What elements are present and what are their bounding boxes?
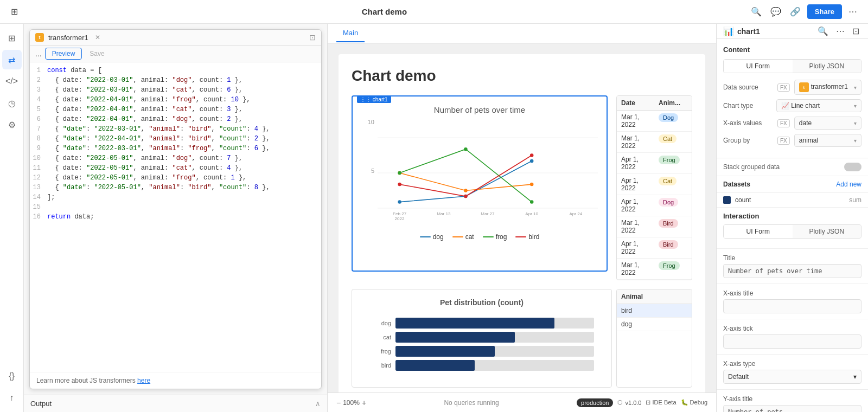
- table-row: Apr 1, 2022Bird: [617, 237, 692, 259]
- table-row: Apr 1, 2022Cat: [617, 174, 692, 195]
- x-axis-title-input[interactable]: [723, 299, 861, 313]
- title-input[interactable]: [723, 264, 861, 278]
- preview-button[interactable]: Preview: [45, 48, 82, 60]
- svg-point-11: [530, 200, 533, 203]
- table-header-animal: Anim...: [654, 96, 692, 110]
- left-panel: t transformer1 ✕ ⊡ ... Preview Save 1con…: [24, 24, 328, 412]
- chart-legend: dog cat frog bird: [361, 233, 598, 241]
- bar-row-frog: frog: [369, 346, 594, 357]
- tab-plotly-json-interaction[interactable]: Plotly JSON: [793, 225, 861, 238]
- right-panel-header: 📊 chart1 🔍 ⋯ ⊡: [717, 24, 868, 39]
- table-row: Mar 1, 2022Bird: [617, 216, 692, 237]
- chart-type-select[interactable]: 📈 Line chart ▾: [776, 99, 861, 112]
- share-button[interactable]: Share: [807, 4, 842, 19]
- canvas-area: Chart demo ⋮⋮ chart1 Number of pets over…: [328, 43, 716, 392]
- svg-point-7: [464, 189, 467, 192]
- grid-icon-btn[interactable]: ⊞: [9, 4, 20, 19]
- group-by-row: Group by FX animal ▾: [723, 134, 861, 147]
- more-icon-btn[interactable]: ⋯: [846, 4, 859, 19]
- x-axis-tick-label: X-axis tick: [723, 325, 861, 332]
- center-panel: Main Chart demo ⋮⋮ chart1 Number of pets…: [328, 24, 716, 412]
- x-axis-tick-input[interactable]: [723, 334, 861, 349]
- animal-table-header: Animal: [617, 289, 692, 304]
- title-prop-label: Title: [723, 254, 861, 262]
- chat-icon-btn[interactable]: 💬: [768, 4, 783, 19]
- svg-point-3: [398, 200, 401, 203]
- sidebar-item-code[interactable]: </>: [2, 72, 22, 91]
- interaction-label: Interaction: [723, 212, 861, 220]
- x-axis-tick-section: X-axis tick: [717, 319, 868, 355]
- here-link[interactable]: here: [137, 377, 150, 384]
- animal-row-bird: bird: [617, 304, 692, 318]
- svg-text:2022: 2022: [395, 216, 405, 221]
- table-row: Mar 1, 2022Cat: [617, 132, 692, 153]
- stack-grouped-row: Stack grouped data: [717, 158, 868, 176]
- code-editor[interactable]: 1const data = [ 2 { date: "2022-03-01", …: [30, 62, 321, 372]
- svg-point-13: [464, 195, 467, 198]
- fx-badge-xaxis: FX: [777, 119, 790, 127]
- more-button[interactable]: ...: [35, 49, 42, 58]
- svg-text:Mar 13: Mar 13: [437, 211, 451, 216]
- title-prop-section: Title: [717, 249, 868, 284]
- search-icon-btn[interactable]: 🔍: [749, 4, 764, 19]
- link-icon-btn[interactable]: 🔗: [788, 4, 803, 19]
- editor-collapse-icon[interactable]: ⊡: [309, 33, 316, 42]
- editor-close-icon[interactable]: ✕: [95, 34, 100, 41]
- table-row: Mar 1, 2022Frog: [617, 259, 692, 280]
- version-badge: ⬡ v1.0.0: [617, 399, 641, 406]
- more-props-btn[interactable]: ⋯: [834, 24, 847, 38]
- x-axis-values-select[interactable]: date ▾: [794, 117, 861, 130]
- add-new-button[interactable]: Add new: [836, 181, 861, 188]
- animal-row-dog: dog: [617, 318, 692, 331]
- x-axis-values-row: X-axis values FX date ▾: [723, 117, 861, 130]
- data-source-select[interactable]: ttransformer1 ▾: [794, 80, 861, 95]
- editor-tab-title: transformer1: [48, 34, 88, 42]
- canvas-content: Chart demo ⋮⋮ chart1 Number of pets over…: [339, 54, 705, 392]
- chart-type-label: Chart type: [723, 102, 772, 110]
- data-table: Date Anim... Mar 1, 2022Dog Mar 1, 2022C…: [616, 95, 692, 280]
- right-panel: 📊 chart1 🔍 ⋯ ⊡ Content UI Form Plotly JS…: [716, 24, 868, 412]
- header-actions: 🔍 ⋯ ⊡: [815, 24, 861, 38]
- bar-row-dog: dog: [369, 318, 594, 329]
- expand-props-btn[interactable]: ⊡: [850, 24, 861, 38]
- zoom-in-btn[interactable]: +: [362, 398, 366, 407]
- sidebar-item-grid[interactable]: ⊞: [2, 28, 22, 48]
- x-axis-type-select[interactable]: Default ▾: [723, 370, 861, 384]
- line-chart-svg: Feb 27 2022 Mar 13 Mar 27 Apr 10 Apr 24 …: [378, 119, 598, 227]
- stack-toggle[interactable]: [844, 163, 861, 171]
- sidebar-item-state[interactable]: {}: [2, 366, 22, 386]
- data-source-row: Data source FX ttransformer1 ▾: [723, 80, 861, 95]
- sidebar-item-transform[interactable]: ⇄: [2, 50, 22, 69]
- group-by-select[interactable]: animal ▾: [794, 134, 861, 147]
- sidebar-item-settings[interactable]: ⚙: [2, 115, 22, 134]
- debug-btn[interactable]: 🐛 Debug: [681, 399, 707, 406]
- zoom-value: 100%: [343, 399, 360, 407]
- sidebar-item-deploy[interactable]: ↑: [2, 388, 22, 408]
- interaction-tab-switcher: UI Form Plotly JSON: [723, 224, 861, 239]
- app-title: Chart demo: [362, 7, 407, 16]
- datasets-header: Datasets Add new: [717, 176, 868, 193]
- tab-main[interactable]: Main: [336, 24, 365, 42]
- zoom-out-btn[interactable]: −: [336, 398, 341, 407]
- tab-ui-form[interactable]: UI Form: [724, 60, 793, 73]
- content-section: Content UI Form Plotly JSON Data source …: [717, 39, 868, 158]
- dataset-row: count sum: [717, 193, 868, 208]
- topbar-left: ⊞: [9, 4, 20, 19]
- sidebar-item-history[interactable]: ◷: [2, 93, 22, 113]
- table-header-date: Date: [617, 96, 654, 110]
- line-chart-container[interactable]: ⋮⋮ chart1 Number of pets over time 10 5: [352, 95, 608, 272]
- y-axis-title-input[interactable]: [723, 405, 861, 412]
- chart-icon: 📊: [723, 26, 734, 36]
- transformer-icon: t: [35, 33, 44, 42]
- x-axis-title-label: X-axis title: [723, 289, 861, 297]
- stack-grouped-label: Stack grouped data: [723, 163, 844, 171]
- save-button[interactable]: Save: [85, 48, 108, 59]
- fx-badge-groupby: FX: [777, 137, 790, 145]
- output-bar[interactable]: Output ∧: [24, 395, 327, 412]
- tab-plotly-json[interactable]: Plotly JSON: [793, 60, 861, 73]
- dataset-agg: sum: [849, 196, 861, 204]
- production-badge[interactable]: production: [577, 398, 613, 407]
- pet-dist-chart: Pet distribution (count) dog cat: [352, 289, 612, 388]
- tab-ui-form-interaction[interactable]: UI Form: [724, 225, 793, 238]
- search-props-btn[interactable]: 🔍: [815, 24, 831, 38]
